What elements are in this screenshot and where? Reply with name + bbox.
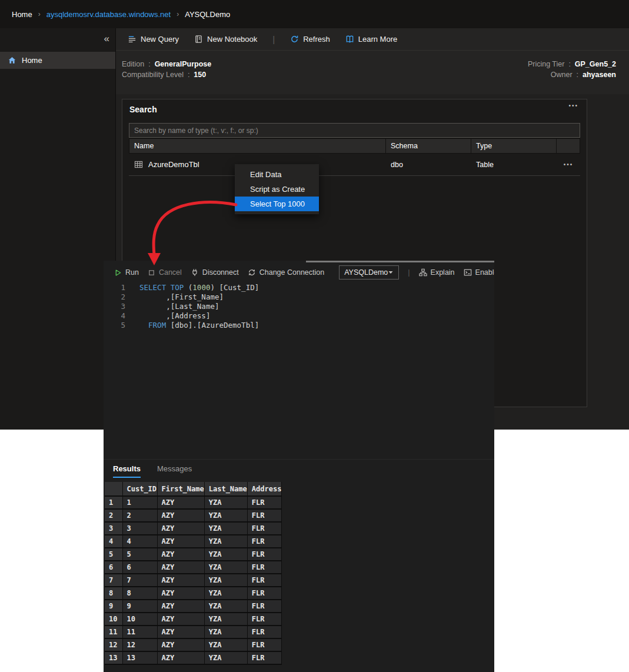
result-row[interactable]: 88AZYYZAFLR (105, 587, 282, 600)
row-number-cell[interactable]: 3 (105, 522, 122, 535)
context-menu-item-select-top-1000[interactable]: Select Top 1000 (235, 197, 319, 211)
tab-messages[interactable]: Messages (157, 464, 192, 478)
grid-column-header[interactable]: First_Name (157, 482, 204, 496)
code-line[interactable]: 5 FROM [dbo].[AzureDemoTbl] (104, 321, 494, 330)
explain-button[interactable]: Explain (419, 268, 455, 277)
data-cell[interactable]: 8 (122, 587, 157, 600)
code-lines[interactable]: 1SELECT TOP (1000) [Cust_ID]2 ,[First_Na… (104, 283, 494, 330)
row-number-cell[interactable]: 12 (105, 638, 122, 651)
result-row[interactable]: 99AZYYZAFLR (105, 600, 282, 613)
code-line[interactable]: 4 ,[Address] (104, 311, 494, 321)
result-row[interactable]: 66AZYYZAFLR (105, 561, 282, 574)
row-number-cell[interactable]: 10 (105, 613, 122, 626)
data-cell[interactable]: 13 (122, 651, 157, 664)
data-cell[interactable]: FLR (247, 535, 282, 548)
data-cell[interactable]: FLR (247, 561, 282, 574)
row-number-cell[interactable]: 5 (105, 548, 122, 561)
data-cell[interactable]: YZA (204, 600, 247, 613)
enable-sqlcmd-button[interactable]: Enable SQLCMD (464, 268, 494, 277)
code-line[interactable]: 1SELECT TOP (1000) [Cust_ID] (104, 283, 494, 292)
data-cell[interactable]: AZY (157, 587, 204, 600)
data-cell[interactable]: FLR (247, 613, 282, 626)
code-line[interactable]: 3 ,[Last_Name] (104, 302, 494, 311)
data-cell[interactable]: YZA (204, 626, 247, 638)
context-menu-item-script-as-create[interactable]: Script as Create (235, 182, 319, 197)
data-cell[interactable]: AZY (157, 574, 204, 587)
result-row[interactable]: 11AZYYZAFLR (105, 496, 282, 509)
data-cell[interactable]: AZY (157, 548, 204, 561)
column-header-type[interactable]: Type (471, 138, 557, 154)
row-number-cell[interactable]: 9 (105, 600, 122, 613)
new-notebook-button[interactable]: New Notebook (194, 35, 257, 44)
column-header-schema[interactable]: Schema (386, 138, 471, 154)
result-row[interactable]: 44AZYYZAFLR (105, 535, 282, 548)
result-row[interactable]: 77AZYYZAFLR (105, 574, 282, 587)
tab-results[interactable]: Results (113, 464, 141, 478)
breadcrumb-server-link[interactable]: aysqldemosrv.database.windows.net (46, 10, 171, 19)
row-number-cell[interactable]: 8 (105, 587, 122, 600)
data-cell[interactable]: FLR (247, 574, 282, 587)
data-cell[interactable]: YZA (204, 613, 247, 626)
row-number-cell[interactable]: 13 (105, 651, 122, 664)
row-number-cell[interactable]: 1 (105, 496, 122, 509)
learn-more-button[interactable]: Learn More (345, 35, 397, 44)
data-cell[interactable]: 1 (122, 496, 157, 509)
data-cell[interactable]: AZY (157, 651, 204, 664)
sidebar-item-home[interactable]: Home (0, 52, 115, 69)
change-connection-button[interactable]: Change Connection (248, 268, 325, 277)
data-cell[interactable]: YZA (204, 496, 247, 509)
result-row[interactable]: 1111AZYYZAFLR (105, 626, 282, 638)
data-cell[interactable]: FLR (247, 496, 282, 509)
data-cell[interactable]: YZA (204, 587, 247, 600)
object-row-azuredemotbl[interactable]: AzureDemoTbl dbo Table ••• (129, 154, 580, 176)
data-cell[interactable]: AZY (157, 613, 204, 626)
data-cell[interactable]: 12 (122, 638, 157, 651)
data-cell[interactable]: YZA (204, 561, 247, 574)
data-cell[interactable]: AZY (157, 626, 204, 638)
object-row-more-button[interactable]: ••• (557, 161, 580, 168)
collapse-sidebar-icon[interactable]: « (104, 33, 109, 45)
data-cell[interactable]: YZA (204, 509, 247, 522)
data-cell[interactable]: 9 (122, 600, 157, 613)
data-cell[interactable]: AZY (157, 522, 204, 535)
data-cell[interactable]: 10 (122, 613, 157, 626)
row-number-cell[interactable]: 6 (105, 561, 122, 574)
result-row[interactable]: 22AZYYZAFLR (105, 509, 282, 522)
new-query-button[interactable]: New Query (128, 35, 179, 44)
data-cell[interactable]: FLR (247, 587, 282, 600)
row-number-cell[interactable]: 2 (105, 509, 122, 522)
data-cell[interactable]: YZA (204, 651, 247, 664)
data-cell[interactable]: 11 (122, 626, 157, 638)
breadcrumb-home[interactable]: Home (12, 10, 32, 19)
data-cell[interactable]: FLR (247, 600, 282, 613)
data-cell[interactable]: AZY (157, 600, 204, 613)
code-line[interactable]: 2 ,[First_Name] (104, 292, 494, 302)
result-row[interactable]: 55AZYYZAFLR (105, 548, 282, 561)
result-row[interactable]: 1212AZYYZAFLR (105, 638, 282, 651)
context-menu-item-edit-data[interactable]: Edit Data (235, 167, 319, 182)
row-number-cell[interactable]: 11 (105, 626, 122, 638)
cancel-button[interactable]: Cancel (148, 268, 182, 277)
grid-corner-cell[interactable] (105, 482, 122, 496)
data-cell[interactable]: FLR (247, 638, 282, 651)
data-cell[interactable]: YZA (204, 535, 247, 548)
refresh-button[interactable]: Refresh (290, 35, 330, 44)
disconnect-button[interactable]: Disconnect (191, 268, 239, 277)
data-cell[interactable]: AZY (157, 561, 204, 574)
database-dropdown[interactable]: AYSQLDemo (339, 265, 399, 280)
data-cell[interactable]: YZA (204, 548, 247, 561)
data-cell[interactable]: 4 (122, 535, 157, 548)
grid-column-header[interactable]: Last_Name (204, 482, 247, 496)
data-cell[interactable]: 5 (122, 548, 157, 561)
grid-column-header[interactable]: Cust_ID (122, 482, 157, 496)
horizontal-scrollbar[interactable] (306, 261, 494, 262)
data-cell[interactable]: YZA (204, 522, 247, 535)
data-cell[interactable]: FLR (247, 509, 282, 522)
row-number-cell[interactable]: 7 (105, 574, 122, 587)
result-row[interactable]: 1313AZYYZAFLR (105, 651, 282, 664)
data-cell[interactable]: YZA (204, 574, 247, 587)
data-cell[interactable]: FLR (247, 522, 282, 535)
data-cell[interactable]: AZY (157, 638, 204, 651)
run-button[interactable]: Run (114, 268, 139, 277)
search-input[interactable] (129, 123, 580, 138)
